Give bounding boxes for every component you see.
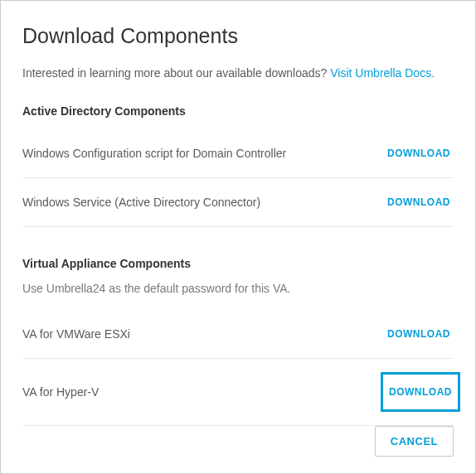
- item-label: Windows Service (Active Directory Connec…: [22, 196, 260, 209]
- item-label: VA for VMWare ESXi: [22, 327, 130, 341]
- download-button[interactable]: DOWNLOAD: [384, 191, 454, 213]
- section-active-directory: Active Directory Components Windows Conf…: [22, 104, 454, 227]
- item-label: VA for Hyper-V: [22, 385, 99, 399]
- download-button-hyperv[interactable]: DOWNLOAD: [381, 372, 460, 412]
- item-label: Windows Configuration script for Domain …: [22, 147, 286, 160]
- cancel-button[interactable]: CANCEL: [375, 426, 454, 457]
- intro-text-container: Interested in learning more about our av…: [22, 66, 454, 80]
- section-header: Virtual Appliance Components: [22, 257, 454, 270]
- download-button[interactable]: DOWNLOAD: [384, 143, 454, 164]
- dialog-footer: CANCEL: [375, 426, 454, 457]
- visit-docs-link[interactable]: Visit Umbrella Docs.: [330, 66, 435, 80]
- section-header: Active Directory Components: [22, 104, 454, 118]
- list-item: Windows Service (Active Directory Connec…: [22, 178, 454, 227]
- dialog-title: Download Components: [22, 24, 454, 48]
- section-subtext: Use Umbrella24 as the default password f…: [22, 282, 454, 295]
- intro-text: Interested in learning more about our av…: [22, 66, 330, 80]
- section-virtual-appliance: Virtual Appliance Components Use Umbrell…: [22, 257, 454, 426]
- list-item: Windows Configuration script for Domain …: [22, 129, 454, 178]
- download-button[interactable]: DOWNLOAD: [384, 323, 454, 345]
- download-components-dialog: Download Components Interested in learni…: [0, 0, 476, 474]
- list-item: VA for Hyper-V DOWNLOAD: [22, 359, 454, 426]
- section-gap: [22, 227, 454, 250]
- list-item: VA for VMWare ESXi DOWNLOAD: [22, 310, 454, 359]
